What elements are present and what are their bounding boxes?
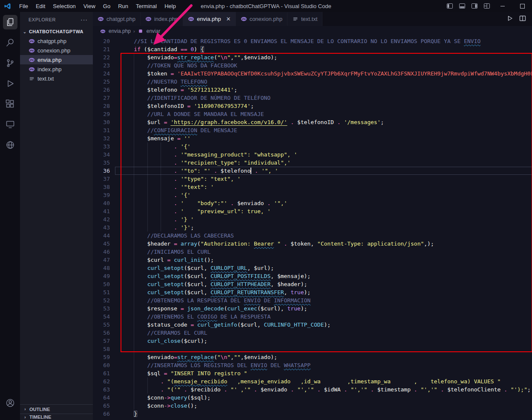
toggle-secondary-sidebar-icon[interactable]	[468, 0, 480, 12]
tab-envia.php[interactable]: phpenvia.php✕	[183, 12, 236, 26]
code-line[interactable]: 39 . '{'	[93, 191, 532, 199]
code-line[interactable]: 59 $enviado=str_replace("\n","",$enviado…	[93, 353, 532, 361]
code-line[interactable]: 35 . '"recipient_type": "individual",'	[93, 159, 532, 167]
breadcrumb-file[interactable]: envia.php	[109, 28, 131, 34]
maximize-button[interactable]	[512, 0, 532, 12]
remote-explorer-icon[interactable]	[0, 114, 20, 135]
code-line[interactable]: 41 . ' "preview_url": true, '	[93, 207, 532, 215]
run-and-debug-icon[interactable]	[0, 73, 20, 94]
more-actions-icon[interactable]: ···	[81, 16, 88, 23]
file-item-text.txt[interactable]: text.txt	[20, 74, 93, 83]
code-line[interactable]: 43 . '}';	[93, 223, 532, 232]
code-line[interactable]: 56 //CERRAMOS EL CURL	[93, 329, 532, 337]
file-item-index.php[interactable]: phpindex.php	[20, 64, 93, 74]
outline-section[interactable]: › OUTLINE	[20, 404, 93, 414]
extensions-icon[interactable]	[0, 94, 20, 114]
toggle-panel-icon[interactable]	[456, 0, 468, 12]
code-line[interactable]: 53 $response = json_decode(curl_exec($cu…	[93, 304, 532, 313]
code-line[interactable]: 20 //SI LA CANTIDAD DE REGISTROS ES 0 EN…	[93, 37, 532, 45]
customize-layout-icon[interactable]	[480, 0, 493, 12]
file-name: chatgpt.php	[37, 38, 66, 44]
code-line[interactable]: 24 $token = 'EAAIwtTEOYPABAOOqCEWfD0Kcsu…	[93, 70, 532, 78]
tab-label: conexion.php	[250, 16, 282, 22]
minimize-button[interactable]	[493, 0, 512, 12]
tab-index.php[interactable]: phpindex.php	[141, 12, 183, 26]
code-line[interactable]: 32 $mensaje = ''	[93, 134, 532, 142]
svg-text:php: php	[99, 17, 103, 20]
code-line[interactable]: 57 curl_close($curl);	[93, 337, 532, 345]
code-line[interactable]: 21 if ($cantidad == 0) {	[93, 45, 532, 53]
code-line[interactable]: 36 . '"to": "' . $telefono . '", '	[93, 167, 532, 175]
explorer-icon[interactable]	[0, 12, 20, 32]
code-line[interactable]: 52 //OBTENEMOS LA RESPUESTA DEL ENVIO DE…	[93, 296, 532, 304]
line-number: 44	[93, 232, 115, 240]
php-file-icon: php	[29, 47, 35, 54]
menu-view[interactable]: View	[80, 0, 99, 12]
tab-text.txt[interactable]: text.txt	[288, 12, 322, 26]
code-line[interactable]: 22 $enviado=str_replace("\n","",$enviado…	[93, 53, 532, 61]
menu-file[interactable]: File	[15, 0, 32, 12]
code-line[interactable]: 64 $conn->query($sql);	[93, 394, 532, 402]
menu-run[interactable]: Run	[114, 0, 132, 12]
file-item-conexion.php[interactable]: phpconexion.php	[20, 46, 93, 55]
indent-guide	[147, 377, 148, 394]
search-icon[interactable]	[0, 32, 20, 53]
line-number: 64	[93, 394, 115, 402]
code-line[interactable]: 37 . '"type": "text", '	[93, 175, 532, 183]
project-folder-row[interactable]: ⌄ CHATBOTCHATGPTWA	[20, 27, 93, 36]
code-line[interactable]: 23 //TOKEN QUE NOS DA FACEBOOK	[93, 61, 532, 70]
code-line[interactable]: 40 . ' "body":"' . $enviado . '",'	[93, 199, 532, 207]
menu-terminal[interactable]: Terminal	[132, 0, 161, 12]
tab-conexion.php[interactable]: phpconexion.php	[236, 12, 288, 26]
code-line[interactable]: 65 $conn->close();	[93, 402, 532, 410]
menu-go[interactable]: Go	[99, 0, 114, 12]
line-number: 21	[93, 45, 115, 53]
code-line[interactable]: 58	[93, 345, 532, 353]
code-line[interactable]: 49 curl_setopt($curl, CURLOPT_POSTFIELDS…	[93, 272, 532, 280]
code-line[interactable]: 62 . "(mensaje_recibido ,mensaje_enviado…	[93, 377, 532, 385]
code-line[interactable]: 45 $header = array("Authorization: Beare…	[93, 240, 532, 248]
code-line[interactable]: 34 . '"messaging_product": "whatsapp", '	[93, 151, 532, 159]
code-line[interactable]: 54 //OBTENEMOS EL CODIGO DE LA RESPUESTA	[93, 313, 532, 321]
tab-chatgpt.php[interactable]: phpchatgpt.php	[93, 12, 141, 26]
timeline-section[interactable]: › TIMELINE	[20, 414, 93, 420]
line-number: 55	[93, 321, 115, 329]
source-control-icon[interactable]	[0, 53, 20, 73]
code-line[interactable]: 44 //DECLARAMOS LAS CABECERAS	[93, 232, 532, 240]
code-line[interactable]: 66 }	[93, 410, 532, 418]
code-line[interactable]: 46 //INICIAMOS EL CURL	[93, 248, 532, 256]
code-line[interactable]: 63 . "('" . $recibido . "' ,'" . $enviad…	[93, 385, 532, 394]
code-line[interactable]: 60 //INSERTAMOS LOS REGISTROS DEL ENVIO …	[93, 361, 532, 369]
toggle-sidebar-icon[interactable]	[443, 0, 456, 12]
code-line[interactable]: 29 //URL A DONDE SE MANDARA EL MENSAJE	[93, 110, 532, 118]
code-editor[interactable]: 20 //SI LA CANTIDAD DE REGISTROS ES 0 EN…	[93, 36, 532, 420]
code-line[interactable]: 33 . '{'	[93, 142, 532, 151]
menu-edit[interactable]: Edit	[32, 0, 49, 12]
code-line[interactable]: 28 $telefonoID = '116907067953774';	[93, 102, 532, 110]
live-preview-icon[interactable]	[0, 135, 20, 155]
code-line[interactable]: 26 $telefono = '527121122441';	[93, 86, 532, 94]
code-line[interactable]: 61 $sql = "INSERT INTO registro "	[93, 369, 532, 377]
account-icon[interactable]	[0, 393, 20, 413]
code-line[interactable]: 25 //NUESTRO TELEFONO	[93, 78, 532, 86]
code-line[interactable]: 27 //IDENTIFICADOR DE NÚMERO DE TELÉFONO	[93, 94, 532, 102]
split-editor-icon[interactable]	[519, 15, 526, 23]
run-file-icon[interactable]	[506, 15, 513, 23]
file-item-chatgpt.php[interactable]: phpchatgpt.php	[20, 36, 93, 46]
code-line[interactable]: 38 . '"text": '	[93, 183, 532, 191]
code-line[interactable]: 42 . '} '	[93, 215, 532, 223]
line-number: 32	[93, 134, 115, 142]
menu-help[interactable]: Help	[161, 0, 180, 12]
code-line[interactable]: 51 curl_setopt($curl, CURLOPT_RETURNTRAN…	[93, 288, 532, 296]
code-line[interactable]: 48 curl_setopt($curl, CURLOPT_URL, $url)…	[93, 264, 532, 272]
code-line[interactable]: 50 curl_setopt($curl, CURLOPT_HTTPHEADER…	[93, 280, 532, 288]
line-number: 38	[93, 183, 115, 191]
code-line[interactable]: 30 $url = 'https://graph.facebook.com/v1…	[93, 118, 532, 126]
file-item-envia.php[interactable]: phpenvia.php	[20, 55, 93, 64]
code-line[interactable]: 31 //CONFIGURACION DEL MENSAJE	[93, 126, 532, 134]
menu-selection[interactable]: Selection	[49, 0, 79, 12]
close-icon[interactable]: ✕	[226, 16, 231, 22]
code-line[interactable]: 55 $status_code = curl_getinfo($curl, CU…	[93, 321, 532, 329]
breadcrumb-symbol[interactable]: enviar	[147, 28, 161, 34]
code-line[interactable]: 47 $curl = curl_init();	[93, 256, 532, 264]
